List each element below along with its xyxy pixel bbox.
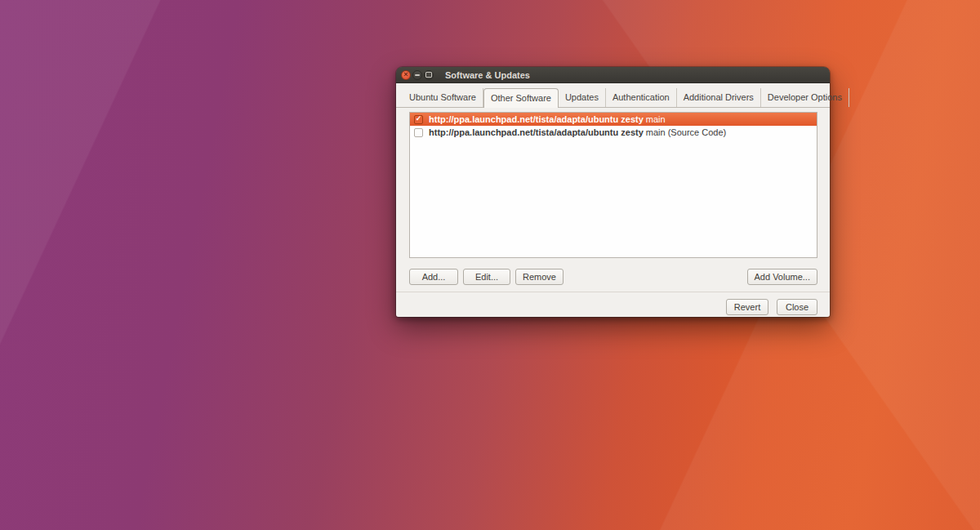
minimize-icon [415, 74, 420, 76]
source-detail: main [646, 114, 666, 124]
revert-button[interactable]: Revert [726, 299, 768, 315]
titlebar[interactable]: × Software & Updates [396, 67, 830, 83]
minimize-window-button[interactable] [412, 70, 422, 80]
tab-developer-options[interactable]: Developer Options [761, 88, 849, 107]
window-title: Software & Updates [445, 70, 530, 80]
maximize-window-button[interactable] [424, 70, 434, 80]
tab-other-software[interactable]: Other Software [483, 88, 559, 108]
tab-authentication[interactable]: Authentication [606, 88, 677, 107]
source-url: http://ppa.launchpad.net/tista/adapta/ub… [429, 127, 644, 137]
software-sources-list: ✓ http://ppa.launchpad.net/tista/adapta/… [409, 112, 817, 258]
source-detail: main (Source Code) [646, 127, 726, 137]
close-button[interactable]: Close [777, 299, 817, 315]
source-url: http://ppa.launchpad.net/tista/adapta/ub… [429, 114, 644, 124]
source-checkbox-checked[interactable]: ✓ [414, 115, 423, 124]
software-updates-window: × Software & Updates Ubuntu Software Oth… [396, 67, 830, 317]
close-icon: × [403, 71, 408, 78]
remove-button[interactable]: Remove [515, 269, 564, 285]
edit-button[interactable]: Edit... [463, 269, 510, 285]
maximize-icon [425, 72, 432, 78]
footer-divider [396, 292, 830, 292]
close-window-button[interactable]: × [401, 70, 411, 80]
add-button[interactable]: Add... [409, 269, 458, 285]
source-row-selected[interactable]: ✓ http://ppa.launchpad.net/tista/adapta/… [410, 113, 817, 126]
source-actions: Add... Edit... Remove Add Volume... [409, 269, 817, 285]
tab-bar: Ubuntu Software Other Software Updates A… [396, 83, 830, 108]
add-volume-button[interactable]: Add Volume... [747, 269, 818, 285]
source-checkbox-unchecked[interactable] [414, 128, 423, 137]
window-body: Ubuntu Software Other Software Updates A… [396, 83, 830, 317]
source-row[interactable]: http://ppa.launchpad.net/tista/adapta/ub… [410, 126, 817, 139]
dialog-footer: Revert Close [409, 299, 817, 315]
tab-ubuntu-software[interactable]: Ubuntu Software [403, 88, 483, 107]
tab-additional-drivers[interactable]: Additional Drivers [677, 88, 761, 107]
tab-updates[interactable]: Updates [559, 88, 606, 107]
check-icon: ✓ [416, 115, 422, 122]
desktop-wallpaper: { "window": { "title": "Software & Updat… [0, 0, 980, 530]
